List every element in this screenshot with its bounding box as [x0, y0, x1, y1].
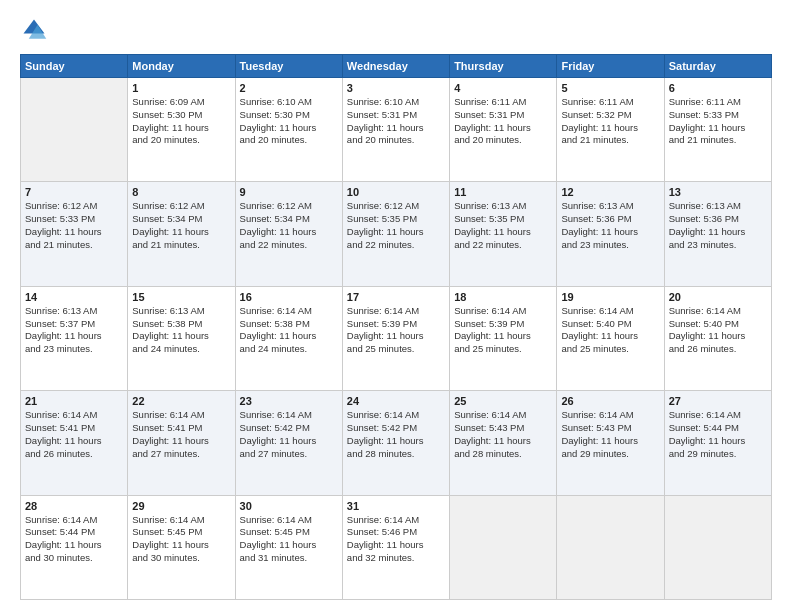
day-number: 27 [669, 395, 767, 407]
calendar-cell: 16Sunrise: 6:14 AMSunset: 5:38 PMDayligh… [235, 286, 342, 390]
calendar-cell: 14Sunrise: 6:13 AMSunset: 5:37 PMDayligh… [21, 286, 128, 390]
calendar-cell: 5Sunrise: 6:11 AMSunset: 5:32 PMDaylight… [557, 78, 664, 182]
day-number: 19 [561, 291, 659, 303]
calendar-cell: 4Sunrise: 6:11 AMSunset: 5:31 PMDaylight… [450, 78, 557, 182]
day-info: Sunrise: 6:14 AMSunset: 5:45 PMDaylight:… [240, 514, 338, 565]
calendar-week-row: 7Sunrise: 6:12 AMSunset: 5:33 PMDaylight… [21, 182, 772, 286]
calendar-week-row: 28Sunrise: 6:14 AMSunset: 5:44 PMDayligh… [21, 495, 772, 599]
day-info: Sunrise: 6:14 AMSunset: 5:40 PMDaylight:… [669, 305, 767, 356]
day-number: 1 [132, 82, 230, 94]
day-number: 7 [25, 186, 123, 198]
day-info: Sunrise: 6:14 AMSunset: 5:42 PMDaylight:… [347, 409, 445, 460]
day-number: 30 [240, 500, 338, 512]
day-info: Sunrise: 6:12 AMSunset: 5:35 PMDaylight:… [347, 200, 445, 251]
calendar-cell: 29Sunrise: 6:14 AMSunset: 5:45 PMDayligh… [128, 495, 235, 599]
calendar-cell: 23Sunrise: 6:14 AMSunset: 5:42 PMDayligh… [235, 391, 342, 495]
calendar-cell [664, 495, 771, 599]
day-number: 2 [240, 82, 338, 94]
calendar-table: SundayMondayTuesdayWednesdayThursdayFrid… [20, 54, 772, 600]
logo-icon [20, 16, 48, 44]
day-info: Sunrise: 6:13 AMSunset: 5:37 PMDaylight:… [25, 305, 123, 356]
calendar-cell: 2Sunrise: 6:10 AMSunset: 5:30 PMDaylight… [235, 78, 342, 182]
calendar-cell: 10Sunrise: 6:12 AMSunset: 5:35 PMDayligh… [342, 182, 449, 286]
calendar-cell [21, 78, 128, 182]
day-info: Sunrise: 6:14 AMSunset: 5:44 PMDaylight:… [25, 514, 123, 565]
day-info: Sunrise: 6:14 AMSunset: 5:46 PMDaylight:… [347, 514, 445, 565]
calendar-week-row: 21Sunrise: 6:14 AMSunset: 5:41 PMDayligh… [21, 391, 772, 495]
day-number: 22 [132, 395, 230, 407]
day-info: Sunrise: 6:13 AMSunset: 5:35 PMDaylight:… [454, 200, 552, 251]
day-number: 25 [454, 395, 552, 407]
day-info: Sunrise: 6:14 AMSunset: 5:41 PMDaylight:… [25, 409, 123, 460]
calendar-cell: 13Sunrise: 6:13 AMSunset: 5:36 PMDayligh… [664, 182, 771, 286]
day-info: Sunrise: 6:09 AMSunset: 5:30 PMDaylight:… [132, 96, 230, 147]
day-number: 18 [454, 291, 552, 303]
day-number: 15 [132, 291, 230, 303]
day-info: Sunrise: 6:13 AMSunset: 5:38 PMDaylight:… [132, 305, 230, 356]
calendar-cell: 6Sunrise: 6:11 AMSunset: 5:33 PMDaylight… [664, 78, 771, 182]
day-number: 5 [561, 82, 659, 94]
day-number: 23 [240, 395, 338, 407]
day-info: Sunrise: 6:10 AMSunset: 5:31 PMDaylight:… [347, 96, 445, 147]
calendar-cell: 7Sunrise: 6:12 AMSunset: 5:33 PMDaylight… [21, 182, 128, 286]
day-number: 17 [347, 291, 445, 303]
calendar-cell: 19Sunrise: 6:14 AMSunset: 5:40 PMDayligh… [557, 286, 664, 390]
day-info: Sunrise: 6:14 AMSunset: 5:40 PMDaylight:… [561, 305, 659, 356]
day-number: 31 [347, 500, 445, 512]
page: SundayMondayTuesdayWednesdayThursdayFrid… [0, 0, 792, 612]
day-number: 11 [454, 186, 552, 198]
day-number: 3 [347, 82, 445, 94]
day-info: Sunrise: 6:12 AMSunset: 5:34 PMDaylight:… [132, 200, 230, 251]
calendar-cell: 12Sunrise: 6:13 AMSunset: 5:36 PMDayligh… [557, 182, 664, 286]
calendar-cell: 28Sunrise: 6:14 AMSunset: 5:44 PMDayligh… [21, 495, 128, 599]
day-info: Sunrise: 6:11 AMSunset: 5:32 PMDaylight:… [561, 96, 659, 147]
col-header-thursday: Thursday [450, 55, 557, 78]
calendar-cell: 20Sunrise: 6:14 AMSunset: 5:40 PMDayligh… [664, 286, 771, 390]
calendar-cell: 17Sunrise: 6:14 AMSunset: 5:39 PMDayligh… [342, 286, 449, 390]
day-number: 20 [669, 291, 767, 303]
calendar-cell: 15Sunrise: 6:13 AMSunset: 5:38 PMDayligh… [128, 286, 235, 390]
calendar-cell: 30Sunrise: 6:14 AMSunset: 5:45 PMDayligh… [235, 495, 342, 599]
col-header-sunday: Sunday [21, 55, 128, 78]
day-info: Sunrise: 6:14 AMSunset: 5:44 PMDaylight:… [669, 409, 767, 460]
day-info: Sunrise: 6:14 AMSunset: 5:39 PMDaylight:… [347, 305, 445, 356]
day-number: 13 [669, 186, 767, 198]
day-number: 10 [347, 186, 445, 198]
day-number: 29 [132, 500, 230, 512]
col-header-monday: Monday [128, 55, 235, 78]
day-info: Sunrise: 6:14 AMSunset: 5:45 PMDaylight:… [132, 514, 230, 565]
day-number: 24 [347, 395, 445, 407]
calendar-cell: 25Sunrise: 6:14 AMSunset: 5:43 PMDayligh… [450, 391, 557, 495]
calendar-cell: 31Sunrise: 6:14 AMSunset: 5:46 PMDayligh… [342, 495, 449, 599]
day-info: Sunrise: 6:11 AMSunset: 5:33 PMDaylight:… [669, 96, 767, 147]
calendar-cell [450, 495, 557, 599]
day-number: 9 [240, 186, 338, 198]
day-info: Sunrise: 6:14 AMSunset: 5:43 PMDaylight:… [561, 409, 659, 460]
day-number: 8 [132, 186, 230, 198]
col-header-saturday: Saturday [664, 55, 771, 78]
calendar-week-row: 14Sunrise: 6:13 AMSunset: 5:37 PMDayligh… [21, 286, 772, 390]
day-number: 16 [240, 291, 338, 303]
day-info: Sunrise: 6:14 AMSunset: 5:38 PMDaylight:… [240, 305, 338, 356]
day-info: Sunrise: 6:10 AMSunset: 5:30 PMDaylight:… [240, 96, 338, 147]
header [20, 16, 772, 44]
calendar-cell: 18Sunrise: 6:14 AMSunset: 5:39 PMDayligh… [450, 286, 557, 390]
day-number: 26 [561, 395, 659, 407]
day-number: 14 [25, 291, 123, 303]
calendar-week-row: 1Sunrise: 6:09 AMSunset: 5:30 PMDaylight… [21, 78, 772, 182]
day-number: 12 [561, 186, 659, 198]
day-info: Sunrise: 6:14 AMSunset: 5:39 PMDaylight:… [454, 305, 552, 356]
day-info: Sunrise: 6:12 AMSunset: 5:33 PMDaylight:… [25, 200, 123, 251]
col-header-wednesday: Wednesday [342, 55, 449, 78]
day-info: Sunrise: 6:12 AMSunset: 5:34 PMDaylight:… [240, 200, 338, 251]
calendar-cell: 1Sunrise: 6:09 AMSunset: 5:30 PMDaylight… [128, 78, 235, 182]
logo [20, 16, 52, 44]
day-number: 6 [669, 82, 767, 94]
day-number: 21 [25, 395, 123, 407]
calendar-cell: 9Sunrise: 6:12 AMSunset: 5:34 PMDaylight… [235, 182, 342, 286]
calendar-cell: 26Sunrise: 6:14 AMSunset: 5:43 PMDayligh… [557, 391, 664, 495]
calendar-cell: 24Sunrise: 6:14 AMSunset: 5:42 PMDayligh… [342, 391, 449, 495]
calendar-cell: 3Sunrise: 6:10 AMSunset: 5:31 PMDaylight… [342, 78, 449, 182]
calendar-cell: 8Sunrise: 6:12 AMSunset: 5:34 PMDaylight… [128, 182, 235, 286]
day-info: Sunrise: 6:11 AMSunset: 5:31 PMDaylight:… [454, 96, 552, 147]
